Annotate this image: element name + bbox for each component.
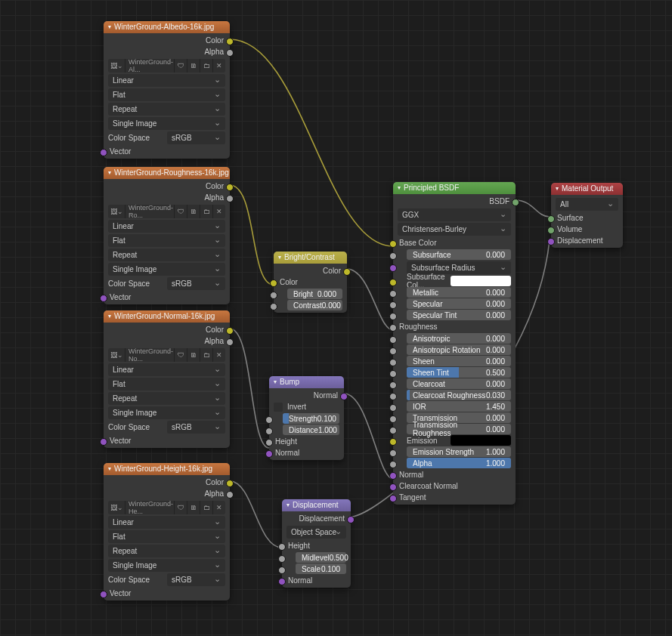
clearcoat-roughness-slider[interactable]: Clearcoat Roughness0.030 [407,390,511,400]
scale-slider[interactable]: Scale0.100 [296,563,346,574]
fake-user-icon[interactable]: 🛡 [175,348,187,362]
color-output-socket[interactable] [226,184,234,191]
bright-input-socket[interactable] [270,292,277,299]
image-name-field[interactable]: WinterGround-He... [125,501,175,514]
anisotropic-rotation-slider[interactable]: Anisotropic Rotation0.000 [407,344,511,355]
image-datablock-row[interactable]: 🖼⌄ WinterGround-He... 🛡 🗎 🗀 ✕ [108,501,225,514]
emission-input-socket[interactable] [389,438,397,446]
base-color-input-socket[interactable] [389,240,397,248]
image-texture-height-node[interactable]: ▾WinterGround-Height-16k.jpg Color Alpha… [104,463,230,600]
subsurface-input-socket[interactable] [389,252,397,260]
node-header[interactable]: ▾WinterGround-Albedo-16k.jpg [104,21,230,33]
color-output-socket[interactable] [226,327,234,335]
transmission-input-socket[interactable] [389,415,397,423]
subsurface-color-field[interactable]: Subsurface Col... [407,276,511,286]
alpha-input-socket[interactable] [389,461,397,468]
open-image-icon[interactable]: 🗀 [200,205,213,218]
midlevel-input-socket[interactable] [278,555,286,563]
alpha-slider[interactable]: Alpha1.000 [407,458,511,468]
height-input-socket[interactable] [278,543,286,551]
vector-input-socket[interactable] [100,438,107,446]
projection-dropdown[interactable]: Flat [108,378,225,391]
clearcoat-roughness-input-socket[interactable] [389,393,397,400]
transmission-roughness-input-socket[interactable] [389,427,397,434]
normal-input-socket[interactable] [265,450,273,458]
extension-dropdown[interactable]: Repeat [108,545,225,557]
color-space-dropdown[interactable]: sRGB [167,421,225,434]
projection-dropdown[interactable]: Flat [108,88,225,101]
strength-slider[interactable]: Strength0.100 [283,413,339,424]
image-name-field[interactable]: WinterGround-Al... [125,59,175,73]
displacement-node[interactable]: ▾Displacement Displacement Object Space … [282,499,351,588]
sheen-tint-input-socket[interactable] [389,370,397,378]
volume-input-socket[interactable] [547,227,555,234]
color-space-dropdown[interactable]: sRGB [167,573,225,586]
node-header[interactable]: ▾WinterGround-Height-16k.jpg [104,463,230,475]
color-output-socket[interactable] [226,480,234,487]
normal-input-socket[interactable] [389,472,397,480]
midlevel-slider[interactable]: Midlevel0.500 [296,552,346,563]
source-dropdown[interactable]: Single Image [108,559,225,572]
normal-input-socket[interactable] [278,578,286,585]
anisotropic-input-socket[interactable] [389,336,397,344]
browse-image-icon[interactable]: 🖼⌄ [108,205,125,218]
fake-user-icon[interactable]: 🛡 [175,501,187,514]
clearcoat-slider[interactable]: Clearcoat0.000 [407,378,511,389]
sheen-input-socket[interactable] [389,359,397,366]
image-datablock-row[interactable]: 🖼⌄ WinterGround-No... 🛡 🗎 🗀 ✕ [108,348,225,362]
source-dropdown[interactable]: Single Image [108,117,225,130]
alpha-output-socket[interactable] [226,491,234,499]
image-name-field[interactable]: WinterGround-Ro... [125,205,175,218]
image-datablock-row[interactable]: 🖼⌄ WinterGround-Al... 🛡 🗎 🗀 ✕ [108,59,225,73]
image-texture-roughness-node[interactable]: ▾WinterGround-Roughness-16k.jpg Color Al… [104,167,230,304]
alpha-output-socket[interactable] [226,49,234,57]
color-space-dropdown[interactable]: sRGB [167,277,225,290]
vector-input-socket[interactable] [100,591,107,598]
new-image-icon[interactable]: 🗎 [187,348,200,362]
clearcoat-normal-input-socket[interactable] [389,483,397,491]
displacement-input-socket[interactable] [547,238,555,245]
node-header[interactable]: ▾WinterGround-Normal-16k.jpg [104,310,230,323]
vector-input-socket[interactable] [100,149,107,156]
sheen-tint-slider[interactable]: Sheen Tint0.500 [407,367,511,378]
extension-dropdown[interactable]: Repeat [108,249,225,261]
new-image-icon[interactable]: 🗎 [187,501,200,514]
roughness-input-socket[interactable] [389,324,397,332]
anisotropic-slider[interactable]: Anisotropic0.000 [407,333,511,344]
sheen-slider[interactable]: Sheen0.000 [407,356,511,366]
browse-image-icon[interactable]: 🖼⌄ [108,59,125,73]
new-image-icon[interactable]: 🗎 [187,59,200,73]
color-output-socket[interactable] [343,268,351,276]
node-header[interactable]: ▾WinterGround-Roughness-16k.jpg [104,167,230,179]
unlink-icon[interactable]: ✕ [213,348,225,362]
ior-slider[interactable]: IOR1.450 [407,401,511,412]
unlink-icon[interactable]: ✕ [213,501,225,514]
image-texture-albedo-node[interactable]: ▾WinterGround-Albedo-16k.jpg Color Alpha… [104,21,230,159]
unlink-icon[interactable]: ✕ [213,205,225,218]
material-output-node[interactable]: ▾Material Output All Surface Volume Disp… [551,183,623,248]
principled-bsdf-node[interactable]: ▾Principled BSDF BSDF GGX Christensen-Bu… [393,182,516,505]
open-image-icon[interactable]: 🗀 [200,348,213,362]
clearcoat-input-socket[interactable] [389,381,397,389]
specular-slider[interactable]: Specular0.000 [407,298,511,309]
source-dropdown[interactable]: Single Image [108,263,225,276]
node-header[interactable]: ▾Bump [269,376,344,388]
node-header[interactable]: ▾Material Output [551,183,623,195]
displacement-output-socket[interactable] [347,516,355,523]
image-texture-normal-node[interactable]: ▾WinterGround-Normal-16k.jpg Color Alpha… [104,310,230,448]
target-dropdown[interactable]: All [556,198,618,211]
distance-slider[interactable]: Distance1.000 [283,425,339,435]
image-datablock-row[interactable]: 🖼⌄ WinterGround-Ro... 🛡 🗎 🗀 ✕ [108,205,225,218]
vector-input-socket[interactable] [100,295,107,302]
subsurface-radius-input-socket[interactable] [389,264,397,272]
open-image-icon[interactable]: 🗀 [200,501,213,514]
anisotropic-rotation-input-socket[interactable] [389,347,397,355]
color-output-socket[interactable] [226,38,234,45]
bright-contrast-node[interactable]: ▾Bright/Contrast Color Color Bright0.000… [274,252,347,313]
specular-tint-slider[interactable]: Specular Tint0.000 [407,310,511,320]
emission-strength-input-socket[interactable] [389,449,397,457]
surface-input-socket[interactable] [547,215,555,223]
metallic-input-socket[interactable] [389,290,397,298]
tangent-input-socket[interactable] [389,495,397,502]
normal-output-socket[interactable] [340,393,348,400]
